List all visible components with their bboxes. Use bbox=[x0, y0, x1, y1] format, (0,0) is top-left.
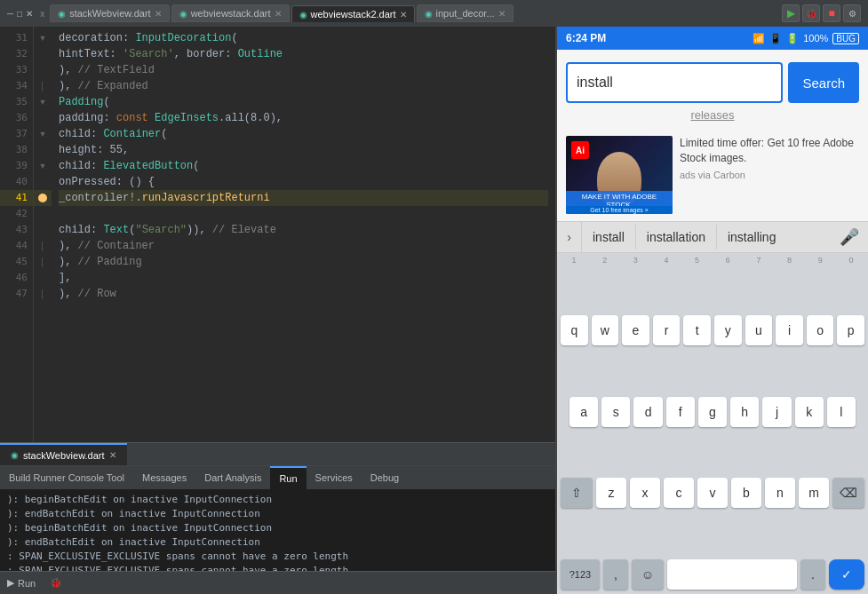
key-d[interactable]: d bbox=[633, 397, 662, 427]
log-line: : SPAN_EXCLUSIVE_EXCLUSIVE spans cannot … bbox=[7, 550, 548, 564]
editor-file-tab-4[interactable]: ◉ input_decor... ✕ bbox=[417, 4, 514, 22]
code-line: height: 55, bbox=[59, 142, 548, 158]
line-number: 32 bbox=[0, 46, 33, 62]
suggestion-install[interactable]: install bbox=[582, 225, 636, 249]
mobile-search-input[interactable] bbox=[566, 62, 783, 103]
run-button[interactable]: ▶ bbox=[782, 4, 800, 22]
suggestion-installation[interactable]: installation bbox=[636, 225, 717, 249]
ad-text: Limited time offer: Get 10 free Adobe St… bbox=[680, 136, 859, 166]
code-line: ), // Row bbox=[59, 286, 548, 302]
bottom-tab-debug[interactable]: Debug bbox=[362, 466, 408, 489]
key-z[interactable]: z bbox=[596, 478, 626, 508]
backspace-key[interactable]: ⌫ bbox=[832, 478, 864, 508]
key-o[interactable]: o bbox=[807, 315, 834, 345]
ad-image: Ai MAKE IT WITH ADOBE STOCK. Get 10 free… bbox=[566, 136, 673, 214]
key-l[interactable]: l bbox=[827, 397, 856, 427]
sym-key[interactable]: ?123 bbox=[561, 559, 600, 590]
line-number: 36 bbox=[0, 110, 33, 126]
suggestions-chevron[interactable]: › bbox=[557, 221, 582, 253]
line-number: 40 bbox=[0, 174, 33, 190]
period-key[interactable]: . bbox=[800, 559, 825, 590]
done-key[interactable]: ✓ bbox=[829, 559, 864, 590]
key-j[interactable]: j bbox=[762, 397, 791, 427]
key-k[interactable]: k bbox=[795, 397, 824, 427]
key-y[interactable]: y bbox=[714, 315, 742, 345]
suggestion-installing[interactable]: installing bbox=[717, 225, 786, 249]
line-number: 45 bbox=[0, 254, 33, 270]
key-u[interactable]: u bbox=[745, 315, 773, 345]
key-hint: 5 bbox=[685, 256, 710, 265]
log-line: : SPAN_EXCLUSIVE_EXCLUSIVE spans cannot … bbox=[7, 564, 548, 571]
line-number: 31 bbox=[0, 30, 33, 46]
debug-button[interactable]: 🐞 bbox=[802, 4, 820, 22]
code-line: Padding( bbox=[59, 94, 548, 110]
code-line: ), // Container bbox=[59, 238, 548, 254]
close-tab-4[interactable]: ✕ bbox=[498, 9, 506, 19]
key-h[interactable]: h bbox=[730, 397, 759, 427]
space-key[interactable] bbox=[667, 559, 797, 590]
close-tab-2[interactable]: ✕ bbox=[275, 9, 282, 19]
stop-button[interactable]: ■ bbox=[823, 4, 840, 22]
line-number: 46 bbox=[0, 270, 33, 286]
key-g[interactable]: g bbox=[698, 397, 727, 427]
line-number: 43 bbox=[0, 222, 33, 238]
editor-file-tab-1[interactable]: ◉ stackWebview.dart ✕ bbox=[50, 4, 170, 22]
key-hint: 6 bbox=[715, 256, 740, 265]
shift-key[interactable]: ⇧ bbox=[561, 478, 593, 508]
key-hint: 4 bbox=[654, 256, 679, 265]
bottom-tab-run[interactable]: Run bbox=[270, 466, 306, 489]
key-r[interactable]: r bbox=[653, 315, 681, 345]
key-hint: 0 bbox=[839, 256, 864, 265]
bottom-editor-tab[interactable]: ◉ stackWebview.dart ✕ bbox=[0, 443, 127, 466]
key-s[interactable]: s bbox=[601, 397, 630, 427]
bottom-tab-services[interactable]: Services bbox=[307, 466, 362, 489]
code-line: child: Container( bbox=[59, 126, 548, 142]
key-m[interactable]: m bbox=[799, 478, 829, 508]
releases-link[interactable]: releases bbox=[566, 108, 859, 122]
key-q[interactable]: q bbox=[561, 315, 588, 345]
settings-icon[interactable]: ⚙ bbox=[843, 4, 861, 22]
close-bottom-tab[interactable]: ✕ bbox=[109, 450, 116, 460]
mobile-preview: 6:24 PM 📶 📱 🔋 100% BUG Search releases bbox=[555, 27, 868, 594]
code-line bbox=[59, 206, 548, 222]
close-tab-1[interactable]: ✕ bbox=[155, 9, 162, 19]
key-hint: 2 bbox=[593, 256, 617, 265]
key-t[interactable]: t bbox=[683, 315, 711, 345]
line-number: 44 bbox=[0, 238, 33, 254]
bottom-tab-build[interactable]: Build Runner Console Tool bbox=[0, 466, 133, 489]
mic-icon[interactable]: 🎤 bbox=[831, 222, 868, 252]
editor-file-tab-2[interactable]: ◉ webviewstack.dart ✕ bbox=[171, 4, 290, 22]
code-editor[interactable]: decoration: InputDecoration( hintText: '… bbox=[52, 27, 555, 442]
key-hint: 3 bbox=[623, 256, 648, 265]
log-line: ): beginBatchEdit on inactive InputConne… bbox=[7, 493, 548, 507]
key-hint: 9 bbox=[808, 256, 832, 265]
line-number: 47 bbox=[0, 286, 33, 302]
bottom-tab-dart[interactable]: Dart Analysis bbox=[195, 466, 270, 489]
key-w[interactable]: w bbox=[592, 315, 619, 345]
code-line: padding: const EdgeInsets.all(8.0), bbox=[59, 110, 548, 126]
key-v[interactable]: v bbox=[697, 478, 728, 508]
key-p[interactable]: p bbox=[837, 315, 864, 345]
key-i[interactable]: i bbox=[776, 315, 803, 345]
bug-indicator: BUG bbox=[832, 33, 859, 44]
key-e[interactable]: e bbox=[622, 315, 649, 345]
key-a[interactable]: a bbox=[569, 397, 598, 427]
debug-icon[interactable]: 🐞 bbox=[50, 577, 62, 589]
comma-key[interactable]: , bbox=[603, 559, 628, 590]
key-c[interactable]: c bbox=[664, 478, 694, 508]
key-f[interactable]: f bbox=[666, 397, 695, 427]
editor-file-tab-3[interactable]: ◉ webviewstack2.dart ✕ bbox=[291, 5, 415, 22]
key-n[interactable]: n bbox=[765, 478, 795, 508]
code-line: ), // Expanded bbox=[59, 78, 548, 94]
code-line: decoration: InputDecoration( bbox=[59, 30, 548, 46]
run-icon[interactable]: ▶ Run bbox=[7, 577, 36, 589]
code-line: child: ElevatedButton( bbox=[59, 158, 548, 174]
key-b[interactable]: b bbox=[731, 478, 761, 508]
battery-icon: 🔋 bbox=[786, 33, 799, 44]
close-tab-3[interactable]: ✕ bbox=[400, 10, 407, 20]
line-number: 42 bbox=[0, 206, 33, 222]
mobile-search-button[interactable]: Search bbox=[788, 62, 859, 103]
bottom-tab-messages[interactable]: Messages bbox=[133, 466, 195, 489]
key-x[interactable]: x bbox=[630, 478, 660, 508]
emoji-key[interactable]: ☺ bbox=[632, 559, 664, 590]
